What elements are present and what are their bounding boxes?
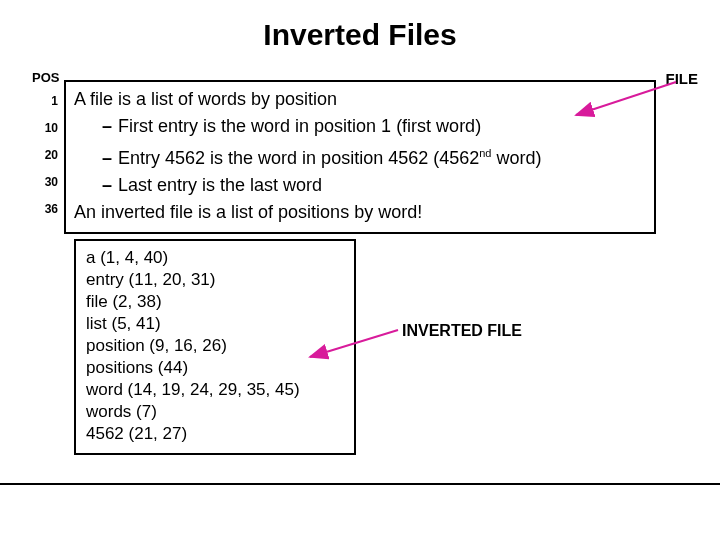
superscript: nd <box>479 147 491 159</box>
inverted-line: file (2, 38) <box>86 291 344 313</box>
pos-label: POS <box>32 70 59 85</box>
inverted-line: list (5, 41) <box>86 313 344 335</box>
file-line: –Entry 4562 is the word in position 4562… <box>74 140 646 172</box>
inverted-file-box: a (1, 4, 40) entry (11, 20, 31) file (2,… <box>74 239 356 455</box>
file-line: A file is a list of words by position <box>74 86 646 113</box>
inverted-line: position (9, 16, 26) <box>86 335 344 357</box>
inverted-file-label: INVERTED FILE <box>402 322 522 340</box>
pos-num: 30 <box>32 169 58 196</box>
pos-num: 36 <box>32 196 58 223</box>
inverted-line: words (7) <box>86 401 344 423</box>
pos-num: 1 <box>32 88 58 115</box>
dash-icon: – <box>102 148 118 168</box>
file-text: Last entry is the last word <box>118 175 322 195</box>
file-label: FILE <box>666 70 699 87</box>
pos-num: 10 <box>32 115 58 142</box>
file-text: word) <box>492 148 542 168</box>
inverted-line: a (1, 4, 40) <box>86 247 344 269</box>
inverted-line: positions (44) <box>86 357 344 379</box>
file-text: Entry 4562 is the word in position 4562 … <box>118 148 479 168</box>
inverted-line: 4562 (21, 27) <box>86 423 344 445</box>
dash-icon: – <box>102 116 118 136</box>
position-numbers: 1 10 20 30 36 <box>32 88 58 223</box>
inverted-line: entry (11, 20, 31) <box>86 269 344 291</box>
file-text: First entry is the word in position 1 (f… <box>118 116 481 136</box>
file-line: –First entry is the word in position 1 (… <box>74 113 646 140</box>
pos-num: 20 <box>32 142 58 169</box>
dash-icon: – <box>102 175 118 195</box>
page-title: Inverted Files <box>0 0 720 58</box>
divider <box>0 483 720 485</box>
file-box: A file is a list of words by position –F… <box>64 80 656 234</box>
file-line: –Last entry is the last word <box>74 172 646 199</box>
inverted-line: word (14, 19, 24, 29, 35, 45) <box>86 379 344 401</box>
file-line: An inverted file is a list of positions … <box>74 199 646 226</box>
